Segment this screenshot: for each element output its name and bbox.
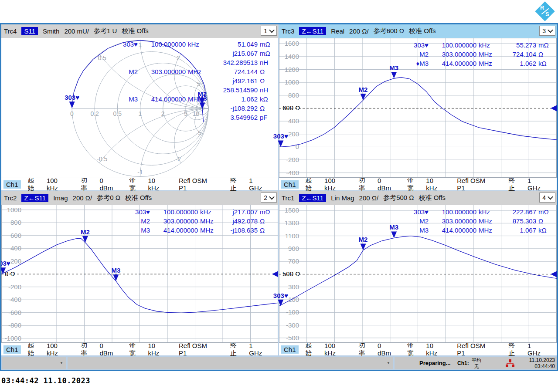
trace-ref: 参考1 U [94, 27, 117, 35]
marker-arrow [391, 72, 397, 78]
status-date: 11.10.2023 [529, 357, 555, 363]
marker-readout-row: M3414.000000MHz1.067kΩ [408, 226, 554, 235]
trace-format: Real [331, 27, 344, 35]
footer-start-label: 起始 [306, 176, 318, 193]
window-selector[interactable]: 1 [261, 26, 277, 36]
svg-text:1000: 1000 [7, 206, 21, 213]
panel-trc1: Trc1 Z←S11 Lin Mag 200 Ω/ 参考500 Ω 校准 Off… [279, 191, 557, 355]
marker-arrow [278, 300, 283, 306]
trace-meas-chip[interactable]: Z←S11 [21, 194, 48, 202]
channel-footer: Ch1 起始 100 kHz 功率 0 dBm 带宽 10 kHz Refl O… [1, 178, 278, 190]
window-selector[interactable]: 3 [539, 26, 555, 36]
imag-plot[interactable]: 1000800600400200-200-400-600-800-10000 Ω… [1, 205, 278, 343]
footer-stop-label: 终止 [230, 341, 242, 358]
trace-scale: 200 Ω/ [73, 194, 92, 202]
trace-meas-chip[interactable]: S11 [21, 27, 38, 35]
trace-header-trc1[interactable]: Trc1 Z←S11 Lin Mag 200 Ω/ 参考500 Ω 校准 Off… [279, 191, 557, 205]
footer-power-label: 功率 [81, 176, 92, 193]
svg-text:1400: 1400 [285, 53, 299, 60]
trace-meas-chip[interactable]: Z←S11 [299, 27, 326, 35]
svg-text:1300: 1300 [285, 219, 299, 226]
trace-name[interactable]: Trc2 [4, 194, 17, 202]
footer-stop-value: 1 GHz [249, 342, 266, 357]
trace-name[interactable]: Trc4 [4, 27, 17, 35]
status-preparing: Preparing... [419, 360, 451, 366]
trace-ref: 参考0 Ω [97, 194, 120, 202]
logo-letter-r: R [540, 4, 544, 11]
svg-text:600: 600 [10, 232, 21, 239]
channel-chip[interactable]: Ch1 [281, 180, 299, 189]
svg-text:100: 100 [288, 296, 299, 303]
trace-ref: 参考600 Ω [374, 27, 404, 35]
chevron-down-icon [548, 194, 553, 200]
ref-level-arrow [272, 271, 278, 277]
svg-text:1500: 1500 [285, 206, 299, 214]
chevron-down-icon [269, 27, 275, 33]
trace-name[interactable]: Trc3 [282, 27, 294, 35]
marker-readout-row: M2303.000000MHz724.104Ω [408, 50, 554, 59]
svg-text:0: 0 [70, 110, 74, 117]
marker-readout: 303♥100.000000kHzj217.007mΩM2303.000000M… [130, 207, 276, 235]
ref-level-arrow [551, 105, 557, 111]
trace-cal: 校准 Offs [122, 27, 148, 35]
status-dropdown-1[interactable]: ▼ [2, 357, 66, 369]
svg-text:M3: M3 [389, 223, 398, 231]
window-selector[interactable]: 2 [261, 193, 277, 203]
marker-readout-row: -j108.292Ω [118, 104, 276, 113]
trace-meas-chip[interactable]: Z←S11 [299, 194, 326, 202]
trace-name[interactable]: Trc1 [282, 194, 294, 202]
footer-cal-mode: Refl OSM P1 [457, 177, 492, 192]
svg-text:-1000: -1000 [5, 335, 21, 342]
channel-chip[interactable]: Ch1 [281, 345, 299, 354]
svg-text:303♥: 303♥ [273, 132, 288, 140]
status-channel-label: Ch1: [457, 360, 469, 366]
svg-text:400: 400 [10, 244, 21, 252]
channel-chip[interactable]: Ch1 [3, 345, 21, 354]
footer-bw-label: 带宽 [407, 176, 419, 193]
svg-text:-0.5: -0.5 [97, 155, 107, 162]
rs-logo-icon: R S [534, 1, 555, 22]
trace-scale: 200 mU/ [64, 27, 89, 35]
channel-footer: Ch1 起始 100 kHz 功率 0 dBm 带宽 10 kHz Refl O… [279, 343, 557, 355]
svg-text:1200: 1200 [285, 66, 299, 73]
trace-cal: 校准 Offs [409, 27, 436, 35]
marker-arrow [278, 140, 283, 147]
real-plot[interactable]: 16001400120010008004002000-200-400600 Ω3… [279, 38, 557, 178]
svg-text:M3: M3 [111, 267, 120, 274]
window-number: 2 [264, 194, 267, 201]
trace-format: Lin Mag [331, 194, 354, 202]
channel-footer: Ch1 起始 100 kHz 功率 0 dBm 带宽 10 kHz Refl O… [279, 178, 557, 190]
status-average-value: 无 [474, 364, 479, 369]
window-number: 4 [542, 194, 546, 201]
trace-scale: 200 Ω/ [349, 27, 369, 35]
svg-text:1000: 1000 [285, 78, 299, 86]
svg-text:0 Ω: 0 Ω [5, 270, 15, 277]
status-bar: ▼ ▼ Preparing... Ch1: 平均无 11.10.202303:4… [1, 356, 557, 370]
window-selector[interactable]: 4 [539, 193, 555, 203]
status-average-label: 平均 [472, 358, 481, 363]
channel-chip[interactable]: Ch1 [3, 180, 21, 189]
svg-text:0.5: 0.5 [98, 54, 106, 61]
marker-readout-row: 303♥100.000000kHz51.049mΩ [118, 40, 276, 49]
trace-header-trc3[interactable]: Trc3 Z←S11 Real 200 Ω/ 参考600 Ω 校准 Offs 3 [279, 24, 557, 38]
smith-plot[interactable]: 00.20.5125100.5125-0.5-1-2-5303♥M3M2 303… [1, 38, 278, 178]
svg-text:303♥: 303♥ [65, 94, 79, 101]
status-dropdown-2[interactable]: ▼ [68, 357, 393, 369]
footer-power-label: 功率 [81, 341, 92, 358]
marker-readout-row: M3414.000000MHz-j108.635Ω [130, 226, 276, 235]
network-icon[interactable] [506, 359, 514, 368]
status-datetime: 11.10.202303:44:40 [529, 357, 555, 369]
svg-text:1600: 1600 [285, 40, 299, 47]
trace-cal: 校准 Offs [125, 194, 152, 202]
marker-arrow [361, 94, 366, 100]
footer-power-label: 功率 [359, 341, 371, 358]
titlebar: R S [0, 0, 558, 23]
footer-stop-value: 1 GHz [527, 177, 544, 192]
marker-readout-row: 3.549962pF [118, 113, 276, 122]
svg-text:700: 700 [288, 257, 299, 265]
svg-text:-5: -5 [196, 129, 202, 136]
footer-stop-label: 终止 [508, 341, 521, 358]
trace-header-trc2[interactable]: Trc2 Z←S11 Imag 200 Ω/ 参考0 Ω 校准 Offs 2 [1, 191, 278, 205]
linmag-plot[interactable]: 150013001100900700300100-100-300-500500 … [279, 205, 557, 343]
trace-header-trc4[interactable]: Trc4 S11 Smith 200 mU/ 参考1 U 校准 Offs 1 [1, 24, 278, 38]
